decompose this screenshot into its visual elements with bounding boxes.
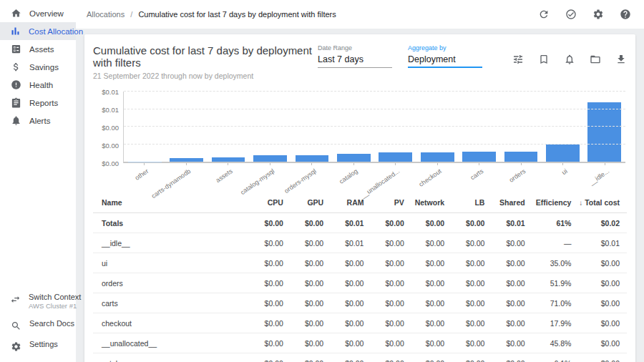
row-value: $0.00 (250, 239, 291, 248)
table-row-totals[interactable]: Totals$0.00$0.00$0.01$0.00$0.00$0.00$0.0… (93, 213, 627, 233)
sidebar-item-label: Overview (29, 9, 64, 18)
sidebar-footer-search-docs[interactable]: Search Docs (0, 315, 76, 336)
bar-__idle[interactable] (587, 102, 621, 162)
table-row-catalog[interactable]: catalog$0.00$0.00$0.00$0.00$0.00$0.00$0.… (93, 353, 627, 362)
column-header-pv[interactable]: PV (371, 198, 411, 207)
bar-slot (458, 92, 499, 162)
bar-assets[interactable] (212, 157, 245, 162)
bar-orders[interactable] (504, 152, 538, 162)
row-value: $0.00 (411, 279, 452, 288)
sidebar-footer: Switch ContextAWS Cluster #1Search DocsS… (0, 288, 76, 356)
sidebar-item-alerts[interactable]: Alerts (0, 112, 76, 129)
bar-other[interactable] (128, 162, 162, 162)
help-icon[interactable] (620, 9, 631, 20)
tune-icon[interactable] (512, 53, 524, 65)
column-header-lb[interactable]: LB (452, 198, 492, 207)
row-value: $0.00 (452, 219, 492, 228)
sidebar-footer-settings[interactable]: Settings (0, 336, 76, 356)
app-window: OverviewCost AllocationAssetsSavingsHeal… (0, 0, 644, 362)
table-row-__unallocated__[interactable]: __unallocated__$0.00$0.00$0.00$0.00$0.00… (93, 333, 627, 353)
table-row-ui[interactable]: ui$0.00$0.00$0.00$0.00$0.00$0.00$0.0035.… (93, 253, 627, 273)
chart-plot-column: othercarts-dynamodbassetscatalog-mysqlor… (123, 92, 625, 190)
gridline (124, 144, 625, 145)
column-header-label: Shared (499, 198, 525, 207)
report-card: Cumulative cost for last 7 days by deplo… (84, 34, 635, 362)
column-header-ram[interactable]: RAM (331, 198, 371, 207)
bar-slot (249, 92, 291, 162)
row-value: $0.00 (371, 299, 411, 308)
bar-carts-dynamodb[interactable] (170, 158, 203, 162)
sidebar-item-cost-allocation[interactable]: Cost Allocation (0, 22, 76, 40)
row-value: $0.00 (452, 299, 492, 308)
row-value: $0.00 (371, 239, 411, 248)
x-tick-label: checkout (418, 167, 443, 188)
date-range-select[interactable]: Date Range Last 7 days (318, 44, 392, 68)
aggregate-by-select[interactable]: Aggregate by Deployment (408, 44, 482, 68)
row-value: 6.1% (532, 359, 579, 362)
bell-icon[interactable] (563, 53, 575, 65)
breadcrumb: Allocations / Cumulative cost for last 7… (87, 10, 336, 19)
sidebar-footer-switch-context[interactable]: Switch ContextAWS Cluster #1 (0, 288, 76, 315)
check-circle-icon[interactable] (565, 9, 577, 20)
row-value: $0.00 (331, 279, 371, 288)
y-tick-label: $0.01 (102, 88, 119, 96)
column-header-efficiency[interactable]: Efficiency (532, 198, 579, 207)
column-header-cpu[interactable]: CPU (250, 198, 291, 207)
aggregate-by-value[interactable]: Deployment (408, 52, 482, 68)
sidebar-item-health[interactable]: Health (0, 76, 76, 94)
column-header-total-cost[interactable]: ↓Total cost (578, 198, 627, 207)
table-row-checkout[interactable]: checkout$0.00$0.00$0.00$0.00$0.00$0.00$0… (93, 313, 627, 333)
sidebar-item-label: Savings (29, 63, 59, 72)
bookmark-icon[interactable] (537, 53, 550, 65)
row-value: $0.01 (578, 239, 627, 248)
bar-orders-mysql[interactable] (296, 155, 329, 162)
download-icon[interactable] (615, 53, 627, 65)
row-value: $0.00 (291, 239, 331, 248)
column-header-gpu[interactable]: GPU (291, 198, 331, 207)
bar-slot (375, 92, 416, 162)
bar-ui[interactable] (546, 145, 580, 162)
bar-slot (208, 92, 249, 162)
column-header-shared[interactable]: Shared (492, 198, 532, 207)
bar-carts[interactable] (462, 152, 496, 162)
bar-__unallocated[interactable] (379, 152, 412, 162)
gridline (124, 91, 625, 92)
y-tick-label: $0.00 (102, 142, 119, 150)
sidebar-item-savings[interactable]: Savings (0, 58, 76, 76)
page-title: Cumulative cost for last 7 days by deplo… (93, 44, 318, 69)
row-value: $0.00 (492, 239, 532, 248)
gear-icon[interactable] (592, 9, 604, 20)
refresh-icon[interactable] (538, 9, 550, 20)
x-tick: other (123, 163, 165, 190)
column-header-network[interactable]: Network (411, 198, 452, 207)
bar-catalog[interactable] (337, 154, 371, 162)
date-range-value[interactable]: Last 7 days (318, 52, 392, 68)
bar-catalog-mysql[interactable] (253, 155, 287, 162)
table-row-__idle__[interactable]: __idle__$0.00$0.00$0.01$0.00$0.00$0.00$0… (93, 233, 627, 253)
folder-icon[interactable] (589, 53, 601, 65)
topbar: Allocations / Cumulative cost for last 7… (76, 0, 644, 29)
sidebar-item-assets[interactable]: Assets (0, 40, 76, 58)
sidebar-item-label: Cost Allocation (29, 27, 83, 36)
sidebar-item-reports[interactable]: Reports (0, 94, 76, 112)
column-header-label: LB (474, 198, 484, 207)
cost-bar-chart: $0.00$0.00$0.00$0.01$0.01 othercarts-dyn… (93, 92, 625, 190)
column-header-name[interactable]: Name (93, 198, 250, 207)
x-tick: catalog (333, 163, 375, 190)
row-value: $0.00 (291, 319, 331, 328)
table-row-orders[interactable]: orders$0.00$0.00$0.00$0.00$0.00$0.00$0.0… (93, 273, 627, 293)
sidebar-item-label: Alerts (29, 117, 50, 125)
row-value: $0.00 (492, 259, 532, 268)
column-header-label: RAM (347, 198, 364, 207)
sidebar-item-overview[interactable]: Overview (0, 4, 76, 22)
row-value: $0.00 (291, 339, 331, 348)
breadcrumb-allocations-link[interactable]: Allocations (87, 10, 125, 19)
x-tick: assets (207, 163, 249, 190)
row-value: $0.00 (371, 259, 411, 268)
row-value: $0.00 (452, 259, 492, 268)
sort-descending-icon: ↓ (579, 199, 582, 207)
table-row-carts[interactable]: carts$0.00$0.00$0.00$0.00$0.00$0.00$0.00… (93, 293, 627, 313)
row-value: $0.00 (371, 359, 411, 362)
bar-checkout[interactable] (421, 152, 454, 162)
row-name: Totals (93, 219, 250, 228)
